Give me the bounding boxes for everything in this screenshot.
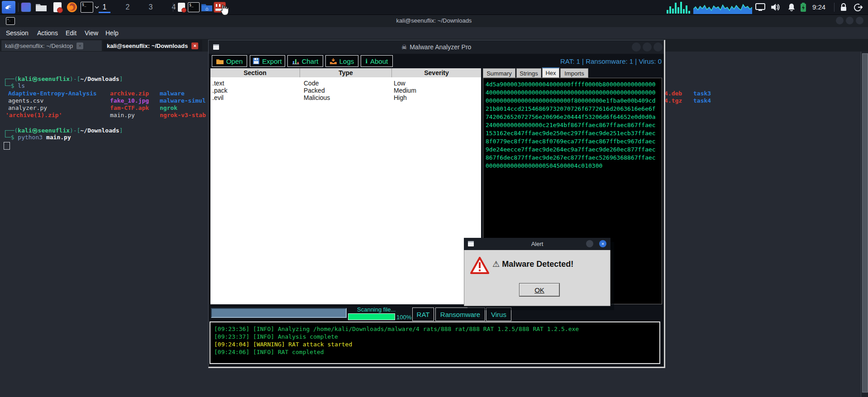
ok-button[interactable]: OK (520, 284, 559, 296)
hex-line: 000000000000000000000000f80000000e1fba0e… (486, 97, 662, 105)
clock: 9:24 (812, 3, 825, 11)
close-button[interactable]: × (599, 240, 606, 247)
skull-icon: ☠ (401, 43, 407, 51)
minimize-button[interactable] (632, 43, 641, 52)
scan-progress-percent: 100% (396, 314, 411, 321)
file-entry: malware-simul (160, 97, 206, 104)
log-line: [09:23:37] [INFO] Analysis complete (214, 333, 659, 340)
logs-tray-icon (330, 58, 337, 64)
menu-item[interactable]: Actions (37, 27, 58, 39)
menu-item[interactable]: View (85, 27, 98, 39)
display-icon[interactable] (755, 2, 766, 13)
file-entry: task3 (693, 90, 711, 97)
analyzer-titlebar[interactable]: ☠Malware Analyzer Pro (209, 40, 664, 54)
column-header[interactable]: Type (300, 68, 392, 77)
mouse-cursor (219, 4, 230, 16)
menu-item[interactable]: Edit (66, 27, 76, 39)
minimize-button[interactable] (586, 240, 593, 247)
log-line: [09:24:04] [WARNING] RAT attack started (214, 340, 659, 348)
workspace-button[interactable]: 2 (121, 1, 134, 13)
log-line: [09:24:06] [INFO] RAT completed (214, 348, 659, 356)
command-line: └─$ python3 main.py (4, 134, 71, 141)
tab-hex[interactable]: Hex (542, 67, 559, 78)
file-entry: 'archive(1).zip' (5, 112, 62, 118)
alert-titlebar[interactable]: Alert × (464, 238, 610, 250)
file-entry: 4.tgz (664, 97, 682, 104)
file-entry: archive.zip (110, 90, 149, 97)
logs-button[interactable]: Logs (325, 55, 358, 67)
close-button[interactable] (856, 17, 863, 24)
open-folder-icon (216, 58, 224, 64)
hex-line: 00000000000000000504500004c010300 (486, 162, 662, 170)
hex-line: 2400000000000000c21e94bf867ffaec867ffaec… (486, 121, 662, 129)
scan-progress-track (211, 308, 347, 318)
file-entry: agents.csv (8, 97, 43, 104)
threat-button[interactable]: RAT (412, 307, 434, 321)
tab-summary[interactable]: Summary (483, 68, 515, 78)
column-header[interactable]: Section (210, 68, 300, 77)
terminal-cursor (4, 142, 10, 150)
maximize-button[interactable] (846, 17, 854, 24)
minimize-button[interactable] (836, 17, 844, 24)
chart-button[interactable]: Chart (287, 55, 323, 67)
file-entry: analyzer.py (8, 104, 47, 111)
terminal-scrollbar[interactable] (861, 52, 868, 397)
menu-item[interactable]: Help (105, 27, 119, 39)
table-cell[interactable]: .text (212, 80, 224, 87)
terminal-titlebar[interactable]: >_ kali@seenuflix: ~/Downloads (0, 14, 868, 27)
table-cell[interactable]: High (394, 94, 407, 101)
hex-line: 4d5a90000300000004000000ffff0000b8000000… (486, 80, 662, 89)
network-waveform (693, 3, 752, 14)
table-cell[interactable]: Code (304, 80, 319, 87)
threat-stats: RAT: 1 | Ransomware: 1 | Virus: 0 (560, 57, 662, 65)
documents-icon[interactable] (176, 2, 186, 13)
menu-item[interactable]: Session (6, 27, 29, 39)
file-entry: fam-CTF.apk (110, 104, 149, 111)
hex-line: 9de24eecce7ffaec9de264ec9a7ffaec9de260ec… (486, 146, 662, 154)
open-button[interactable]: Open (212, 55, 247, 67)
table-cell[interactable]: Low (394, 80, 405, 87)
battery-icon[interactable] (799, 2, 807, 13)
file-entry: 4.deb (664, 90, 682, 97)
close-button[interactable] (653, 43, 663, 52)
bar-chart-icon (292, 58, 299, 64)
hex-line: 21b8014ccd21546869732070726f6772616d2063… (486, 105, 662, 113)
tab-imports[interactable]: Imports (560, 68, 588, 78)
hex-line: 153162ec847ffaec9de250ec297ffaec9de251ec… (486, 129, 662, 137)
about-button[interactable]: i About (361, 55, 393, 67)
tab-strings[interactable]: Strings (516, 68, 541, 78)
malware-analyzer-window: ☠Malware Analyzer Pro Open Export Chart … (208, 40, 665, 368)
scrollbar-thumb[interactable] (862, 53, 868, 392)
desktop: $_ 1234 $_ ⌂ (0, 0, 868, 397)
table-cell[interactable]: .pack (212, 87, 227, 94)
hex-line: 8f0779ec8f7ffaec8f0769eca77ffaec867ffbec… (486, 137, 662, 146)
notifications-bell-icon[interactable] (787, 2, 796, 13)
tab-close-icon[interactable]: × (76, 43, 83, 49)
tab-desktop[interactable]: kali@seenuflix: ~/Desktop × (1, 40, 102, 52)
table-cell[interactable]: .evil (212, 94, 224, 101)
file-entry: ngrok (160, 104, 177, 111)
workspace-button[interactable]: 1 (98, 1, 111, 13)
lock-icon[interactable] (838, 2, 849, 13)
home-folder-icon[interactable]: ⌂ (200, 2, 213, 13)
table-cell[interactable]: Packed (304, 87, 325, 94)
column-header[interactable]: Severity (392, 68, 481, 77)
tab-close-icon[interactable]: × (191, 43, 198, 49)
threat-button[interactable]: Ransomware (435, 307, 485, 321)
table-cell[interactable]: Medium (394, 87, 416, 94)
tab-downloads[interactable]: kali@seenuflix: ~/Downloads × (103, 40, 202, 52)
hex-line: 4000000000000000000000000000000000000000… (486, 89, 662, 97)
tab-label: kali@seenuflix: ~/Downloads (107, 43, 188, 49)
analyzer-window-title: ☠Malware Analyzer Pro (209, 43, 664, 51)
threat-button[interactable]: Virus (486, 307, 511, 321)
export-button[interactable]: Export (250, 55, 285, 67)
section-table: Section Type Severity .text Code Low .pa… (210, 68, 481, 304)
file-entry: ngrok-v3-stab (160, 112, 206, 118)
taskbar-separator (834, 3, 835, 12)
maximize-button[interactable] (643, 43, 652, 52)
table-cell[interactable]: Malicious (304, 94, 330, 101)
workspace-button[interactable]: 3 (144, 1, 157, 13)
logout-icon[interactable] (853, 2, 863, 13)
volume-icon[interactable] (769, 2, 780, 13)
terminal-2-icon[interactable]: $_ (188, 2, 200, 13)
